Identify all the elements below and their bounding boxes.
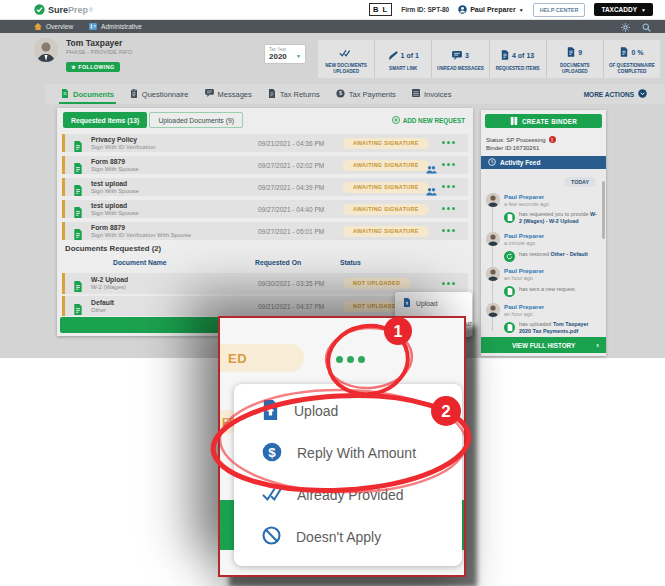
gear-icon[interactable] [621,18,630,36]
activity-feed: TODAY Paul Preparer a few seconds ago ha… [481,169,606,337]
menu-item-doesnt-apply[interactable]: Doesn't Apply [234,516,462,558]
status-badge-magnified: ED [218,344,304,372]
menu-item-label: Upload [294,403,338,419]
event-user[interactable]: Paul Preparer [504,303,544,310]
request-row[interactable]: Form 8879 Sign With ID Verification With… [62,222,468,240]
tab-requested-items[interactable]: Requested Items (13) [63,112,147,128]
status-badge: AWAITING SIGNATURE [343,182,429,193]
create-binder-button[interactable]: CREATE BINDER [485,114,602,128]
clipboard-icon [130,89,138,100]
stat-new-documents[interactable]: NEW DOCUMENTS UPLOADED [318,40,375,78]
event-time: an hour ago [504,311,533,317]
row-actions-button[interactable] [442,207,455,210]
tax-year-select[interactable]: Tax Year 2020 ▼ [264,44,306,64]
tab-documents[interactable]: Documents [61,84,114,104]
request-subtitle: Sign With ID Verification With Spouse [91,232,191,238]
taxcaddy-label: TAXCADDY [601,6,637,13]
stat-documents-uploaded[interactable]: 9 DOCUMENTS UPLOADED [547,40,604,78]
following-label: FOLLOWING [78,64,114,70]
add-new-request-button[interactable]: ADD NEW REQUEST [392,116,465,125]
doc-request-row[interactable]: W-2 Upload W-2 (Wages) 09/30/2021 - 03:3… [62,273,468,294]
questionnaire-icon [620,43,628,61]
taxcaddy-button[interactable]: TAXCADDY ▼ [594,3,653,16]
dollar-circle-icon: $ [336,89,345,100]
view-full-history-button[interactable]: VIEW FULL HISTORY › [481,337,606,353]
menu-item-reply-with-amount[interactable]: $ Reply With Amount [234,432,462,474]
request-subtitle: W-2 (Wages) [91,284,126,290]
request-subtitle: Sign With Spouse [91,188,139,194]
event-user[interactable]: Paul Preparer [504,267,544,274]
stat-requested-items[interactable]: 4 of 13 REQUESTED ITEMS [490,40,547,78]
row-actions-button[interactable] [442,163,455,166]
request-row[interactable]: Privacy Policy Sign With ID Verification… [62,134,468,152]
row-actions-button[interactable] [442,141,455,144]
stats-strip: NEW DOCUMENTS UPLOADED 1 of 1 SMART LINK… [318,40,660,78]
today-badge: TODAY [564,177,596,187]
documents-requested-title: Documents Requested (2) [65,244,161,253]
menu-item-upload[interactable]: Upload [403,298,438,308]
menu-item-upload[interactable]: Upload [234,390,462,432]
tab-label: Messages [218,90,252,99]
user-name: Paul Preparer [470,6,516,13]
more-actions-button[interactable]: MORE ACTIONS [584,89,647,99]
user-menu[interactable]: Paul Preparer ▼ [458,5,523,15]
stat-unread-messages[interactable]: 3 UNREAD MESSAGES [432,40,489,78]
status-badge: AWAITING SIGNATURE [343,138,429,149]
row-actions-button[interactable] [442,282,455,285]
request-row[interactable]: test upload Sign With Spouse 09/27/2021 … [62,178,468,196]
menu-item-already-provided[interactable]: Already Provided [234,474,462,516]
nav-overview[interactable]: Overview [34,23,73,31]
double-check-icon [339,43,350,61]
tab-tax-payments[interactable]: $ Tax Payments [336,84,396,104]
chat-icon [205,89,214,99]
tab-label: Questionnaire [142,90,189,99]
help-center-button[interactable]: HELP CENTER [533,3,586,17]
column-header-requested: Requested On [255,259,301,266]
activity-feed-header: Activity Feed [481,156,606,169]
event-user[interactable]: Paul Preparer [504,193,544,200]
status-badge: AWAITING SIGNATURE [343,160,429,171]
tab-uploaded-documents[interactable]: Uploaded Documents (9) [149,112,243,128]
request-row[interactable]: Form 8879 Sign With Spouse 09/27/2021 - … [62,156,468,174]
stat-smart-link[interactable]: 1 of 1 SMART LINK [375,40,432,78]
brand-text-light: Prep [68,5,88,15]
binder-icon [510,117,518,126]
event-user[interactable]: Paul Preparer [504,232,544,239]
chat-icon [452,46,462,64]
tab-invoices[interactable]: Invoices [412,84,452,104]
not-allowed-icon [262,526,281,548]
document-icon [73,160,83,178]
request-title: Form 8879 [91,158,125,165]
dollar-circle-icon: $ [262,442,282,465]
row-actions-button[interactable] [442,185,455,188]
status-badge: NOT UPLOADED [343,278,410,289]
spouse-icon [426,160,437,178]
scrollbar[interactable] [602,181,605,239]
tab-tax-returns[interactable]: Tax Returns [268,84,320,104]
request-row[interactable]: test upload Sign With Spouse 09/27/2021 … [62,200,468,218]
request-date: 09/30/2021 - 03:35 PM [258,280,324,287]
row-actions-button-magnified[interactable] [336,356,365,363]
document-icon [73,182,83,200]
pen-icon [388,46,398,64]
tab-questionnaire[interactable]: Questionnaire [130,84,189,104]
following-badge[interactable]: ★FOLLOWING [66,62,120,72]
status-badge: AWAITING SIGNATURE [343,226,429,237]
column-header-name: Document Name [113,259,167,266]
upload-file-icon [403,298,411,308]
menu-item-label: Already Provided [297,487,404,503]
nav-administrative[interactable]: Administrative [89,23,142,31]
grid-icon [412,89,420,99]
tab-messages[interactable]: Messages [205,84,252,104]
event-text: has requested you to provide W-2 (Wages)… [519,211,597,226]
row-actions-button[interactable] [442,229,455,232]
stat-label: DOCUMENTS UPLOADED [549,63,601,75]
home-icon [34,23,42,31]
stat-questionnaire[interactable]: 0 % OF QUESTIONNAIRE COMPLETED [604,40,660,78]
tab-label: Tax Payments [349,90,396,99]
zoom-callout: ED ED Upload $ Reply With Amount Already… [218,316,466,577]
search-icon[interactable] [642,18,651,36]
event-text: has sent a new request. [519,286,597,293]
main-nav: Overview Administrative [0,20,665,33]
document-icon [73,278,83,296]
